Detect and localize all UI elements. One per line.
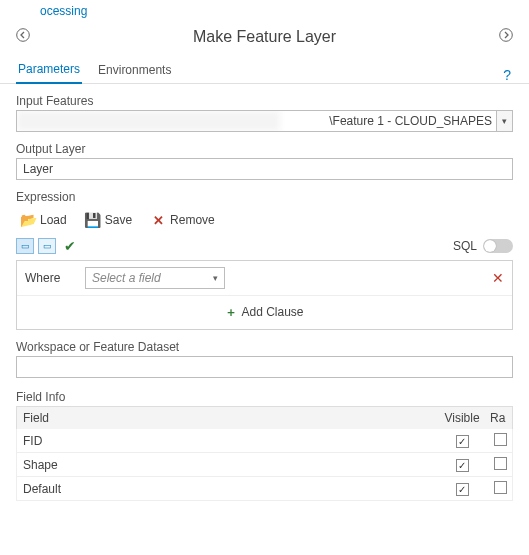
col-field: Field [17,407,436,429]
field-info-label: Field Info [16,390,513,404]
visible-checkbox[interactable]: ✓ [456,435,469,448]
input-features-label: Input Features [16,94,513,108]
table-row[interactable]: Default✓ [16,477,513,501]
tab-environments[interactable]: Environments [96,59,173,83]
plus-icon: ＋ [225,305,237,319]
input-features-dropdown[interactable]: ▾ [497,110,513,132]
field-info-header: Field Visible Ra [16,406,513,429]
field-name: FID [17,434,436,448]
svg-point-0 [17,29,30,42]
where-label: Where [25,271,75,285]
back-icon[interactable] [16,28,36,46]
save-button[interactable]: 💾 Save [81,210,136,230]
tool-title: Make Feature Layer [36,28,493,46]
table-row[interactable]: FID✓ [16,429,513,453]
chevron-down-icon: ▾ [213,273,218,283]
remove-label: Remove [170,213,215,227]
visible-checkbox[interactable]: ✓ [456,459,469,472]
forward-icon[interactable] [493,28,513,46]
workspace-label: Workspace or Feature Dataset [16,340,513,354]
tab-parameters[interactable]: Parameters [16,58,82,84]
expression-label: Expression [16,190,513,204]
save-icon: 💾 [85,212,101,228]
add-clause-label: Add Clause [241,305,303,319]
output-layer-label: Output Layer [16,142,513,156]
add-clause-button[interactable]: ＋Add Clause [17,295,512,329]
expression-view1-button[interactable]: ▭ [16,238,34,254]
help-icon[interactable]: ? [503,67,513,83]
ra-checkbox[interactable] [494,481,507,494]
expression-view2-button[interactable]: ▭ [38,238,56,254]
load-label: Load [40,213,67,227]
field-name: Shape [17,458,436,472]
save-label: Save [105,213,132,227]
col-ra: Ra [488,407,512,429]
input-features-field[interactable]: \Feature 1 - CLOUD_SHAPES [16,110,497,132]
table-row[interactable]: Shape✓ [16,453,513,477]
validate-icon[interactable]: ✔ [64,238,76,254]
remove-icon: ✕ [150,212,166,228]
clause-row: Where Select a field ▾ ✕ [17,261,512,295]
folder-open-icon: 📂 [20,212,36,228]
remove-clause-icon[interactable]: ✕ [492,270,504,286]
ra-checkbox[interactable] [494,433,507,446]
load-button[interactable]: 📂 Load [16,210,71,230]
workspace-field[interactable] [16,356,513,378]
field-select-placeholder: Select a field [92,271,161,285]
svg-point-1 [500,29,513,42]
field-select[interactable]: Select a field ▾ [85,267,225,289]
output-layer-field[interactable] [16,158,513,180]
field-name: Default [17,482,436,496]
remove-button[interactable]: ✕ Remove [146,210,219,230]
expression-builder: Where Select a field ▾ ✕ ＋Add Clause [16,260,513,330]
ra-checkbox[interactable] [494,457,507,470]
visible-checkbox[interactable]: ✓ [456,483,469,496]
col-visible: Visible [436,407,488,429]
sql-toggle[interactable] [483,239,513,253]
geoprocessing-link[interactable]: ocessing [0,0,529,24]
sql-label: SQL [453,239,477,253]
